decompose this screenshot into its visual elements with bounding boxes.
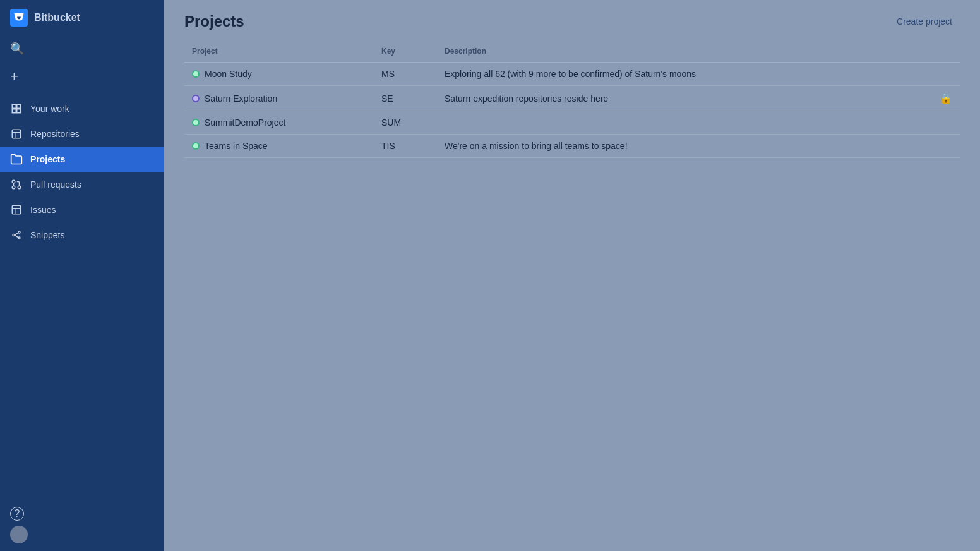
sidebar-item-label-projects: Projects bbox=[30, 154, 65, 164]
table-header-row: Project Key Description bbox=[184, 40, 960, 63]
svg-line-18 bbox=[15, 235, 18, 238]
sidebar: Bitbucket 🔍 + Your work bbox=[0, 0, 164, 551]
svg-rect-2 bbox=[12, 109, 16, 113]
svg-point-7 bbox=[12, 180, 15, 183]
project-name-link[interactable]: SummitDemoProject bbox=[205, 118, 285, 128]
sidebar-item-your-work[interactable]: Your work bbox=[0, 96, 164, 121]
project-name-link[interactable]: Saturn Exploration bbox=[205, 94, 277, 104]
sidebar-item-label-pull-requests: Pull requests bbox=[30, 179, 81, 190]
project-name-cell: Moon Study bbox=[184, 63, 374, 86]
table-row[interactable]: SummitDemoProjectSUM bbox=[184, 111, 960, 135]
svg-point-15 bbox=[18, 231, 20, 233]
svg-rect-3 bbox=[17, 109, 21, 113]
lock-icon: 🔒 bbox=[940, 93, 952, 104]
project-actions-cell bbox=[932, 63, 960, 86]
project-status-dot bbox=[192, 142, 200, 150]
sidebar-item-label-snippets: Snippets bbox=[30, 230, 64, 240]
project-name-cell: Saturn Exploration bbox=[184, 86, 374, 111]
project-status-dot bbox=[192, 95, 200, 102]
project-description-cell bbox=[437, 111, 932, 135]
svg-rect-0 bbox=[12, 104, 16, 108]
project-key-cell: MS bbox=[374, 63, 437, 86]
svg-point-16 bbox=[18, 237, 20, 239]
bitbucket-logo[interactable] bbox=[10, 9, 28, 27]
help-button[interactable]: ? bbox=[10, 507, 24, 521]
project-name-link[interactable]: Moon Study bbox=[205, 69, 252, 79]
sidebar-bottom: ? bbox=[0, 499, 164, 551]
svg-point-8 bbox=[12, 186, 15, 189]
project-status-dot bbox=[192, 119, 200, 126]
col-project: Project bbox=[184, 40, 374, 63]
col-description: Description bbox=[437, 40, 932, 63]
create-icon: + bbox=[10, 68, 18, 85]
project-actions-cell bbox=[932, 135, 960, 158]
project-description-cell: We're on a mission to bring all teams to… bbox=[437, 135, 932, 158]
sidebar-header: Bitbucket bbox=[0, 0, 164, 35]
project-key-cell: TIS bbox=[374, 135, 437, 158]
your-work-icon bbox=[10, 102, 23, 115]
projects-icon bbox=[10, 153, 23, 166]
main-content: Projects Create project Project Key Desc… bbox=[164, 0, 980, 551]
create-button[interactable]: + bbox=[0, 62, 164, 91]
pull-requests-icon bbox=[10, 178, 23, 191]
sidebar-item-snippets[interactable]: Snippets bbox=[0, 222, 164, 248]
search-button[interactable]: 🔍 bbox=[0, 35, 164, 62]
project-description-cell: Saturn expedition repositories reside he… bbox=[437, 86, 932, 111]
table-body: Moon StudyMSExploring all 62 (with 9 mor… bbox=[184, 63, 960, 158]
repositories-icon bbox=[10, 128, 23, 140]
table-row[interactable]: Teams in SpaceTISWe're on a mission to b… bbox=[184, 135, 960, 158]
main-header: Projects Create project bbox=[164, 0, 980, 40]
sidebar-item-pull-requests[interactable]: Pull requests bbox=[0, 172, 164, 197]
sidebar-item-label-your-work: Your work bbox=[30, 104, 69, 114]
col-actions bbox=[932, 40, 960, 63]
snippets-icon bbox=[10, 229, 23, 241]
svg-rect-1 bbox=[17, 104, 21, 108]
col-key: Key bbox=[374, 40, 437, 63]
sidebar-item-projects[interactable]: Projects bbox=[0, 147, 164, 172]
table-row[interactable]: Saturn ExplorationSESaturn expedition re… bbox=[184, 86, 960, 111]
svg-rect-11 bbox=[12, 205, 21, 214]
projects-table: Project Key Description Moon StudyMSExpl… bbox=[184, 40, 960, 158]
project-actions-cell bbox=[932, 111, 960, 135]
project-key-cell: SUM bbox=[374, 111, 437, 135]
sidebar-item-issues[interactable]: Issues bbox=[0, 197, 164, 222]
project-name-cell: SummitDemoProject bbox=[184, 111, 374, 135]
user-avatar[interactable] bbox=[10, 526, 28, 543]
sidebar-item-label-repositories: Repositories bbox=[30, 129, 80, 139]
search-icon: 🔍 bbox=[10, 42, 24, 56]
issues-icon bbox=[10, 203, 23, 216]
project-description-cell: Exploring all 62 (with 9 more to be conf… bbox=[437, 63, 932, 86]
sidebar-nav: Your work Repositories Projects bbox=[0, 91, 164, 499]
page-title: Projects bbox=[184, 13, 244, 30]
app-name: Bitbucket bbox=[34, 12, 80, 23]
sidebar-item-repositories[interactable]: Repositories bbox=[0, 121, 164, 147]
svg-point-14 bbox=[13, 234, 15, 236]
table-header: Project Key Description bbox=[184, 40, 960, 63]
table-row[interactable]: Moon StudyMSExploring all 62 (with 9 mor… bbox=[184, 63, 960, 86]
project-status-dot bbox=[192, 70, 200, 78]
project-actions-cell: 🔒 bbox=[932, 86, 960, 111]
project-key-cell: SE bbox=[374, 86, 437, 111]
svg-rect-4 bbox=[12, 130, 21, 138]
project-name-link[interactable]: Teams in Space bbox=[205, 141, 268, 151]
svg-point-9 bbox=[18, 186, 21, 189]
sidebar-item-label-issues: Issues bbox=[30, 205, 56, 215]
projects-table-container: Project Key Description Moon StudyMSExpl… bbox=[164, 40, 980, 158]
svg-line-17 bbox=[15, 233, 18, 235]
create-project-button[interactable]: Create project bbox=[889, 13, 960, 30]
project-name-cell: Teams in Space bbox=[184, 135, 374, 158]
